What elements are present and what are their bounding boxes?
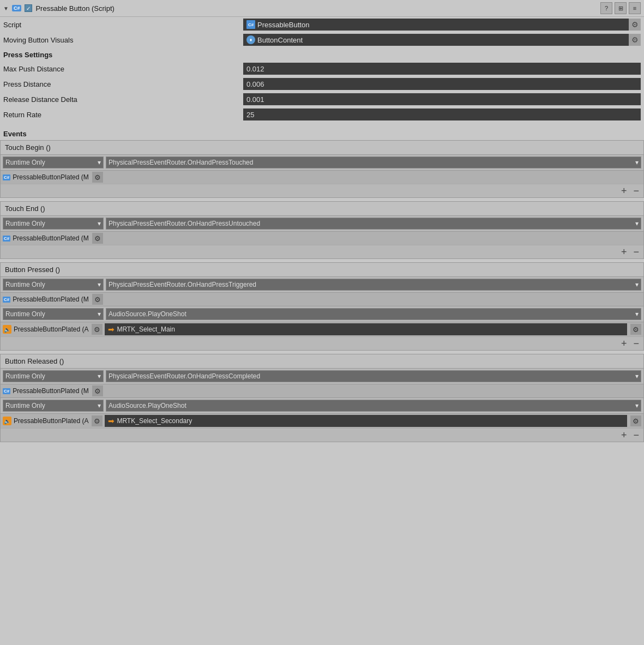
touch-end-object-row: C# PressableButtonPlated (M ⚙ [1,231,643,245]
touch-begin-add-button[interactable]: + [620,186,628,196]
dropdown-arrow-icon7: ▾ [98,310,101,318]
events-header: Events [0,126,644,140]
max-push-distance-value[interactable]: 0.012 [243,63,641,75]
max-push-distance-label: Max Push Distance [3,65,243,73]
moving-button-value[interactable]: ♦ ButtonContent [243,34,629,46]
touch-begin-title: Touch Begin () [5,143,51,152]
layout-button[interactable]: ⊞ [615,2,627,14]
button-pressed-row2-audio-icon: 🔈 [3,325,11,334]
script-cs-icon: C# [246,20,255,29]
button-released-row2-object-settings[interactable]: ⚙ [92,415,103,426]
return-rate-value[interactable]: 25 [243,108,641,120]
moving-button-label: Moving Button Visuals [3,36,243,44]
button-released-row1-object-row: C# PressableButtonPlated (M ⚙ [1,384,643,397]
touch-begin-handler-dropdown[interactable]: PhysicalPressEventRouter.OnHandPressTouc… [106,156,641,168]
button-released-clip-name: MRTK_Select_Secondary [117,417,192,425]
press-settings-title: Press Settings [3,51,52,59]
touch-end-handler-dropdown[interactable]: PhysicalPressEventRouter.OnHandPressUnto… [106,218,641,230]
button-pressed-audio-clip[interactable]: ➡ MRTK_Select_Main [105,323,627,335]
checkmark-icon: ✓ [26,5,31,11]
button-pressed-row1-handler-dropdown[interactable]: PhysicalPressEventRouter.OnHandPressTrig… [106,279,641,291]
button-released-remove-button[interactable]: − [632,430,640,440]
button-released-group: Button Released () Runtime Only ▾ Physic… [0,354,644,442]
button-released-row2-handler-dropdown[interactable]: AudioSource.PlayOneShot ▾ [106,400,641,412]
header-actions: ? ⊞ ≡ [600,2,641,14]
script-value[interactable]: C# PressableButton [243,19,629,31]
touch-end-dropdown-row: Runtime Only ▾ PhysicalPressEventRouter.… [1,216,643,231]
button-pressed-title: Button Pressed () [5,266,60,274]
touch-end-handler-label: PhysicalPressEventRouter.OnHandPressUnto… [109,220,260,227]
press-distance-row: Press Distance 0.006 [0,76,644,92]
touch-end-object-settings[interactable]: ⚙ [92,233,103,244]
button-released-row1-object-settings[interactable]: ⚙ [92,385,103,396]
dropdown-arrow-icon6: ▾ [635,281,639,288]
language-icon: C# [12,5,22,11]
dropdown-arrow-icon8: ▾ [635,310,639,318]
button-released-row1-handler-dropdown[interactable]: PhysicalPressEventRouter.OnHandPressComp… [106,370,641,382]
collapse-arrow[interactable]: ▼ [3,5,9,11]
moving-button-value-text: ButtonContent [257,36,303,44]
script-label: Script [3,21,243,29]
unity-icon: ♦ [246,35,255,44]
dropdown-arrow-icon5: ▾ [98,281,101,288]
button-pressed-footer: + − [1,336,643,350]
touch-end-runtime-dropdown[interactable]: Runtime Only ▾ [3,218,104,230]
touch-end-add-button[interactable]: + [620,247,628,257]
touch-begin-object-settings[interactable]: ⚙ [92,172,103,183]
button-released-row2-runtime-dropdown[interactable]: Runtime Only ▾ [3,400,104,412]
button-released-row1-handler-label: PhysicalPressEventRouter.OnHandPressComp… [109,372,260,380]
script-settings-button[interactable]: ⚙ [629,19,641,31]
button-released-header: Button Released () [1,354,643,369]
release-distance-row: Release Distance Delta 0.001 [0,92,644,107]
press-distance-text: 0.006 [246,80,264,88]
button-released-row1-runtime-dropdown[interactable]: Runtime Only ▾ [3,370,104,382]
touch-begin-runtime-dropdown[interactable]: Runtime Only ▾ [3,156,104,168]
button-pressed-row1-object-name: PressableButtonPlated (M [13,296,88,303]
button-pressed-row2-handler-label: AudioSource.PlayOneShot [109,310,186,318]
button-pressed-row2-handler-dropdown[interactable]: AudioSource.PlayOneShot ▾ [106,308,641,320]
release-distance-text: 0.001 [246,95,264,104]
button-pressed-row2-object-row: 🔈 PressableButtonPlated (A ⚙ ➡ MRTK_Sele… [1,322,643,336]
button-pressed-row2-object-settings[interactable]: ⚙ [92,324,103,335]
dropdown-arrow-icon: ▾ [98,159,101,166]
button-pressed-row1-object-settings[interactable]: ⚙ [92,294,103,305]
button-released-title: Button Released () [5,357,64,365]
button-pressed-row2-runtime-dropdown[interactable]: Runtime Only ▾ [3,308,104,320]
touch-end-remove-button[interactable]: − [632,247,640,257]
button-pressed-remove-button[interactable]: − [632,339,640,348]
press-distance-label: Press Distance [3,80,243,88]
button-released-row1-dropdown-row: Runtime Only ▾ PhysicalPressEventRouter.… [1,369,643,384]
touch-begin-remove-button[interactable]: − [632,186,640,196]
button-released-row2-dropdown-row: Runtime Only ▾ AudioSource.PlayOneShot ▾ [1,397,643,413]
return-rate-text: 25 [246,111,254,119]
button-released-audio-clip[interactable]: ➡ MRTK_Select_Secondary [105,415,627,427]
dropdown-arrow-icon4: ▾ [635,220,639,227]
touch-end-title: Touch End () [5,204,45,213]
menu-button[interactable]: ≡ [629,2,641,14]
button-pressed-row2-object-name: PressableButtonPlated (A [14,325,88,333]
touch-begin-dropdown-row: Runtime Only ▾ PhysicalPressEventRouter.… [1,155,643,170]
touch-end-runtime-label: Runtime Only [5,220,45,227]
touch-begin-group: Touch Begin () Runtime Only ▾ PhysicalPr… [0,140,644,198]
release-distance-label: Release Distance Delta [3,95,243,104]
max-push-distance-text: 0.012 [246,65,264,73]
enabled-checkbox[interactable]: ✓ [25,4,32,12]
release-distance-value[interactable]: 0.001 [243,93,641,105]
touch-begin-footer: + − [1,184,643,197]
button-released-row2-object-name: PressableButtonPlated (A [14,417,88,425]
help-button[interactable]: ? [600,2,612,14]
button-released-add-button[interactable]: + [620,430,628,440]
button-released-row1-object-name: PressableButtonPlated (M [13,387,88,395]
button-pressed-clip-settings[interactable]: ⚙ [630,324,641,335]
touch-end-group: Touch End () Runtime Only ▾ PhysicalPres… [0,201,644,259]
press-distance-value[interactable]: 0.006 [243,78,641,90]
moving-button-field-row: Moving Button Visuals ♦ ButtonContent ⚙ [0,32,644,47]
button-pressed-row1-runtime-dropdown[interactable]: Runtime Only ▾ [3,279,104,291]
dropdown-arrow-icon12: ▾ [635,402,639,409]
button-released-clip-settings[interactable]: ⚙ [630,415,641,426]
moving-button-settings-button[interactable]: ⚙ [629,34,641,46]
touch-begin-header: Touch Begin () [1,141,643,155]
dropdown-arrow-icon3: ▾ [98,220,101,227]
button-pressed-add-button[interactable]: + [620,339,628,348]
return-rate-label: Return Rate [3,111,243,119]
